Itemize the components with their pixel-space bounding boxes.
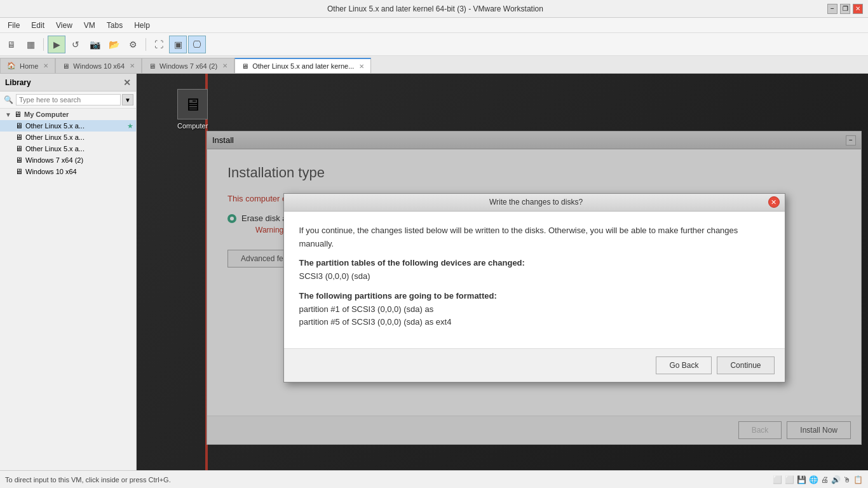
tree-item-linux1[interactable]: 🖥 Other Linux 5.x a... ★ — [0, 120, 136, 132]
go-back-button[interactable]: Go Back — [656, 356, 712, 374]
menu-bar: File Edit View VM Tabs Help — [0, 18, 868, 33]
sidebar-header: Library ✕ — [0, 74, 136, 92]
tab-home[interactable]: 🏠 Home ✕ — [0, 58, 55, 73]
toolbar-unity-button[interactable]: ▣ — [169, 36, 187, 53]
search-dropdown-button[interactable]: ▼ — [122, 94, 133, 105]
tree-item-label-3: Other Linux 5.x a... — [25, 145, 133, 152]
vm-screen: 🖥 Computer Install − Installation type T… — [137, 74, 868, 470]
tree-item-linux3[interactable]: 🖥 Other Linux 5.x a... — [0, 143, 136, 154]
dialog-close-button[interactable]: ✕ — [768, 196, 780, 208]
toolbar-manage-button[interactable]: ⚙ — [124, 36, 142, 53]
toolbar-revert-button[interactable]: ↺ — [67, 36, 85, 53]
dialog-title: Write the changes to disks? — [304, 198, 768, 207]
dialog-partitions-bold: The following partitions are going to be… — [299, 291, 497, 301]
menu-help[interactable]: Help — [129, 20, 155, 31]
tab-win7-close[interactable]: ✕ — [222, 62, 227, 69]
tree: ▼ 🖥 My Computer 🖥 Other Linux 5.x a... ★… — [0, 109, 136, 177]
status-bar: To direct input to this VM, click inside… — [0, 470, 868, 488]
dialog-box: Write the changes to disks? ✕ If you con… — [283, 193, 785, 383]
window-title: Other Linux 5.x and later kernel 64-bit … — [43, 4, 827, 13]
tree-root-label: My Computer — [24, 111, 133, 118]
tab-bar: 🏠 Home ✕ 🖥 Windows 10 x64 ✕ 🖥 Windows 7 … — [0, 56, 868, 74]
dialog-titlebar: Write the changes to disks? ✕ — [284, 194, 785, 212]
toolbar: 🖥 ▦ ▶ ↺ 📷 📂 ⚙ ⛶ ▣ 🖵 — [0, 33, 868, 56]
status-icon-8: 📋 — [853, 475, 863, 484]
dialog-footer: Go Back Continue — [284, 348, 785, 382]
computer-desktop-icon[interactable]: 🖥 Computer — [175, 86, 210, 132]
status-text: To direct input to this VM, click inside… — [5, 476, 171, 484]
dialog-partition1: partition #1 of SCSI3 (0,0,0) (sda) as — [299, 304, 434, 314]
toolbar-view-settings-button[interactable]: 🖵 — [188, 36, 206, 53]
status-icons: ⬜ ⬜ 💾 🌐 🖨 🔊 🖱 📋 — [773, 475, 863, 484]
tab-win10-label: Windows 10 x64 — [73, 62, 125, 70]
vm-icon-2: 🖥 — [15, 133, 23, 142]
menu-file[interactable]: File — [3, 20, 25, 31]
menu-vm[interactable]: VM — [79, 20, 100, 31]
minimize-button[interactable]: − — [827, 4, 837, 14]
status-icon-5: 🖨 — [821, 475, 829, 484]
sidebar-title: Library — [5, 78, 31, 87]
title-bar: Other Linux 5.x and later kernel 64-bit … — [0, 0, 868, 18]
tab-home-close[interactable]: ✕ — [43, 62, 48, 69]
dialog-line1: If you continue, the changes listed belo… — [299, 224, 770, 251]
vm-area[interactable]: 🖥 Computer Install − Installation type T… — [137, 74, 868, 470]
vm-icon-3: 🖥 — [15, 144, 23, 153]
search-input[interactable] — [16, 94, 121, 105]
status-icon-2: ⬜ — [785, 475, 794, 484]
tab-home-icon: 🏠 — [7, 62, 16, 70]
computer-icon: 🖥 — [14, 110, 22, 119]
continue-button[interactable]: Continue — [717, 356, 774, 374]
tree-item-label-5: Windows 10 x64 — [25, 168, 133, 175]
tree-item-label-4: Windows 7 x64 (2) — [25, 156, 133, 164]
tab-win7[interactable]: 🖥 Windows 7 x64 (2) ✕ — [142, 58, 234, 73]
status-icon-7: 🖱 — [843, 475, 851, 484]
star-icon-1: ★ — [127, 122, 133, 130]
toolbar-bookmarks-button[interactable]: ▦ — [22, 36, 39, 53]
expand-icon: ▼ — [5, 111, 11, 118]
desktop-icons: 🖥 Computer — [175, 86, 210, 132]
window-controls: − ❐ ✕ — [827, 4, 863, 14]
menu-edit[interactable]: Edit — [26, 20, 50, 31]
dialog-overlay: Write the changes to disks? ✕ If you con… — [207, 132, 861, 444]
search-bar: 🔍 ▼ — [0, 92, 136, 109]
toolbar-open-button[interactable]: 🖥 — [3, 36, 20, 53]
menu-view[interactable]: View — [51, 20, 78, 31]
tree-item-linux2[interactable]: 🖥 Other Linux 5.x a... — [0, 132, 136, 143]
toolbar-fullscreen-button[interactable]: ⛶ — [150, 36, 168, 53]
vm-icon-1: 🖥 — [15, 121, 23, 130]
install-window: Install − Installation type This compute… — [207, 131, 862, 445]
dialog-body: If you continue, the changes listed belo… — [284, 212, 785, 349]
tab-win10[interactable]: 🖥 Windows 10 x64 ✕ — [55, 58, 142, 73]
main-area: Library ✕ 🔍 ▼ ▼ 🖥 My Computer 🖥 Other Li… — [0, 74, 868, 470]
tab-win7-icon: 🖥 — [149, 62, 156, 70]
tab-win10-icon: 🖥 — [62, 62, 69, 70]
sidebar-close-button[interactable]: ✕ — [123, 78, 131, 88]
tree-item-label-1: Other Linux 5.x a... — [25, 122, 125, 130]
dialog-devices-label: The partition tables of the following de… — [299, 257, 770, 283]
tab-win10-close[interactable]: ✕ — [130, 62, 135, 69]
tree-item-win7[interactable]: 🖥 Windows 7 x64 (2) — [0, 154, 136, 166]
dialog-devices-bold: The partition tables of the following de… — [299, 258, 525, 268]
tree-item-label-2: Other Linux 5.x a... — [25, 133, 133, 141]
restore-button[interactable]: ❐ — [840, 4, 850, 14]
close-window-button[interactable]: ✕ — [853, 4, 863, 14]
vm-icon-5: 🖥 — [15, 167, 23, 176]
toolbar-power-button[interactable]: ▶ — [48, 36, 65, 53]
tab-win7-label: Windows 7 x64 (2) — [159, 62, 217, 70]
toolbar-restore-snapshot-button[interactable]: 📂 — [105, 36, 123, 53]
toolbar-separator-2 — [146, 38, 146, 51]
menu-tabs[interactable]: Tabs — [102, 20, 128, 31]
vm-icon-4: 🖥 — [15, 156, 23, 165]
search-icon: 🔍 — [3, 95, 15, 104]
status-icon-1: ⬜ — [773, 475, 782, 484]
tree-root[interactable]: ▼ 🖥 My Computer — [0, 109, 136, 120]
toolbar-separator — [43, 38, 44, 51]
toolbar-snapshot-button[interactable]: 📷 — [86, 36, 104, 53]
dialog-devices-value: SCSI3 (0,0,0) (sda) — [299, 271, 370, 281]
tab-linux-active[interactable]: 🖥 Other Linux 5.x and later kerne... ✕ — [234, 58, 371, 73]
tree-item-win10[interactable]: 🖥 Windows 10 x64 — [0, 166, 136, 177]
dialog-partition2: partition #5 of SCSI3 (0,0,0) (sda) as e… — [299, 317, 452, 327]
status-icon-3: 💾 — [797, 475, 806, 484]
tab-linux-icon: 🖥 — [241, 62, 248, 70]
tab-linux-close[interactable]: ✕ — [359, 63, 364, 70]
